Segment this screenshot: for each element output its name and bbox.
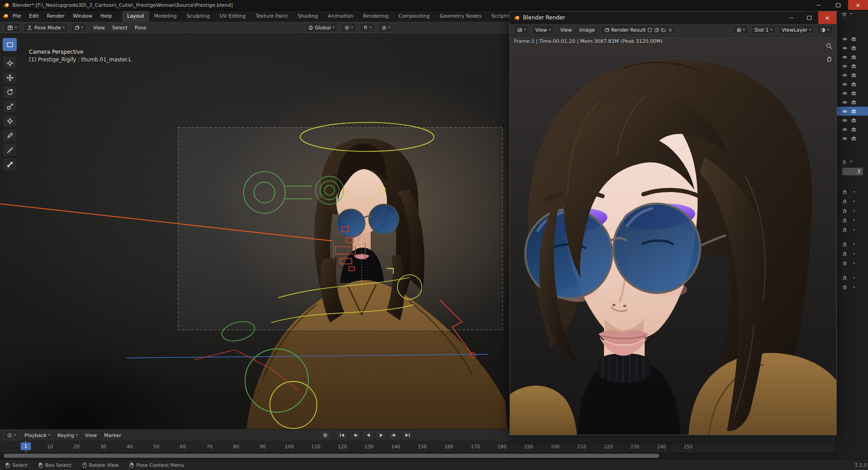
timeline-menu-view[interactable]: View — [82, 431, 100, 440]
jump-start-button[interactable] — [336, 430, 348, 440]
workspace-tab-uv-editing[interactable]: UV Editing — [215, 11, 250, 22]
hide-in-viewport-eye-icon[interactable] — [842, 55, 847, 60]
render-window[interactable]: Blender Render × ▾ View ▾ ViewImage Rend… — [509, 11, 837, 435]
lock-icon[interactable] — [842, 285, 847, 290]
hide-in-viewport-eye-icon[interactable] — [842, 37, 847, 42]
render-close-button[interactable]: × — [818, 11, 836, 24]
hide-in-viewport-eye-icon[interactable] — [842, 46, 847, 51]
tool-measure[interactable] — [3, 143, 17, 156]
tool-pose-tool[interactable] — [3, 158, 17, 171]
disable-in-renders-camera-icon[interactable] — [851, 55, 856, 60]
lock-row[interactable] — [836, 197, 868, 206]
outliner-row[interactable] — [836, 61, 868, 70]
tool-annotate[interactable] — [3, 129, 17, 142]
workspace-tab-animation[interactable]: Animation — [323, 11, 358, 22]
menu-edit[interactable]: Edit — [25, 11, 42, 21]
lock-icon[interactable] — [842, 199, 847, 204]
disable-in-renders-camera-icon[interactable] — [851, 64, 856, 69]
unlink-image-icon[interactable] — [668, 28, 673, 33]
disable-in-renders-camera-icon[interactable] — [851, 100, 856, 105]
timeline-menu-playback[interactable]: Playback▾ — [21, 431, 53, 440]
workspace-tab-rendering[interactable]: Rendering — [358, 11, 393, 22]
filter-icon[interactable] — [842, 12, 847, 17]
mode-options[interactable]: ▾ — [71, 23, 87, 33]
timeline-scroll-thumb[interactable] — [4, 454, 659, 458]
outliner-row[interactable] — [836, 98, 868, 107]
chevron-down-icon[interactable]: ▾ — [850, 160, 852, 165]
chevron-down-icon[interactable]: ▾ — [850, 12, 852, 17]
tool-cursor[interactable] — [3, 56, 17, 70]
next-keyframe-button[interactable] — [388, 430, 400, 440]
zoom-icon[interactable] — [826, 42, 833, 50]
proportional-edit-selector[interactable]: ▾ — [378, 23, 394, 33]
timeline-editor-selector[interactable]: ▾ — [4, 430, 19, 440]
lock-row[interactable] — [836, 206, 868, 216]
image-menu-image[interactable]: Image — [576, 26, 598, 34]
workspace-tab-texture-paint[interactable]: Texture Paint — [251, 11, 293, 22]
timeline-menu-marker[interactable]: Marker — [101, 431, 124, 440]
editor-type-selector[interactable]: ▾ — [4, 23, 20, 33]
current-frame-badge[interactable]: 1 — [21, 442, 31, 450]
pin-icon[interactable] — [842, 160, 847, 165]
outliner-row[interactable] — [836, 34, 868, 43]
hide-in-viewport-eye-icon[interactable] — [842, 118, 847, 123]
render-minimize-button[interactable] — [782, 11, 800, 24]
header-menu-pose[interactable]: Pose — [131, 24, 150, 32]
browse-image-icon[interactable] — [604, 28, 609, 33]
blender-menu-icon[interactable] — [3, 13, 9, 19]
tool-move[interactable] — [3, 71, 17, 84]
lock-icon[interactable] — [842, 242, 847, 247]
image-editor-type-selector[interactable]: ▾ — [514, 25, 529, 35]
workspace-tab-compositing[interactable]: Compositing — [394, 11, 435, 22]
header-menu-view[interactable]: View — [90, 24, 108, 32]
menu-render[interactable]: Render — [43, 11, 69, 21]
hide-in-viewport-eye-icon[interactable] — [842, 127, 847, 132]
disable-in-renders-camera-icon[interactable] — [851, 73, 856, 78]
menu-file[interactable]: File — [9, 11, 25, 21]
disable-in-renders-camera-icon[interactable] — [851, 37, 856, 42]
lock-row[interactable] — [836, 282, 868, 292]
disable-in-renders-camera-icon[interactable] — [851, 118, 856, 123]
hide-in-viewport-eye-icon[interactable] — [842, 64, 847, 69]
image-menu-view[interactable]: View — [557, 26, 576, 34]
tool-rotate[interactable] — [3, 85, 17, 99]
disable-in-renders-camera-icon[interactable] — [851, 46, 856, 51]
outliner-row[interactable] — [836, 125, 868, 134]
auto-keyframe-button[interactable] — [319, 430, 331, 440]
workspace-tab-modeling[interactable]: Modeling — [149, 11, 182, 22]
mode-selector[interactable]: Pose Mode ▾ — [23, 23, 68, 33]
menu-help[interactable]: Help — [96, 11, 116, 21]
outliner-row[interactable] — [836, 107, 868, 116]
hide-in-viewport-eye-icon[interactable] — [842, 91, 847, 96]
disable-in-renders-camera-icon[interactable] — [851, 109, 856, 114]
menu-window[interactable]: Window — [69, 11, 96, 21]
render-window-titlebar[interactable]: Blender Render × — [510, 11, 836, 24]
workspace-tab-shading[interactable]: Shading — [293, 11, 323, 22]
pan-icon[interactable] — [826, 55, 833, 62]
lock-row[interactable] — [836, 225, 868, 235]
pivot-point-selector[interactable]: ▾ — [341, 23, 357, 33]
outliner-row[interactable] — [836, 43, 868, 52]
header-menu-select[interactable]: Select — [108, 24, 131, 32]
disable-in-renders-camera-icon[interactable] — [851, 91, 856, 96]
new-image-icon[interactable] — [654, 28, 659, 33]
close-button[interactable]: × — [848, 0, 868, 10]
tool-select-box[interactable] — [3, 38, 17, 51]
transform-orientation[interactable]: Global ▾ — [305, 23, 338, 33]
lock-icon[interactable] — [842, 208, 847, 213]
outliner-row[interactable] — [836, 134, 868, 143]
workspace-tab-layout[interactable]: Layout — [122, 11, 149, 22]
lock-row[interactable] — [836, 216, 868, 225]
timeline-menu-keying[interactable]: Keying▾ — [54, 431, 81, 440]
view-layer-selector[interactable]: ViewLayer ▾ — [778, 25, 815, 35]
timeline-scrollbar[interactable] — [0, 452, 836, 459]
lock-row[interactable] — [836, 187, 868, 197]
lock-icon[interactable] — [842, 218, 847, 223]
play-button[interactable] — [375, 430, 387, 440]
disable-in-renders-camera-icon[interactable] — [851, 82, 856, 87]
jump-end-button[interactable] — [401, 430, 413, 440]
hide-in-viewport-eye-icon[interactable] — [842, 136, 847, 141]
lock-row[interactable] — [836, 273, 868, 282]
prev-keyframe-button[interactable] — [349, 430, 361, 440]
lock-row[interactable] — [836, 240, 868, 249]
